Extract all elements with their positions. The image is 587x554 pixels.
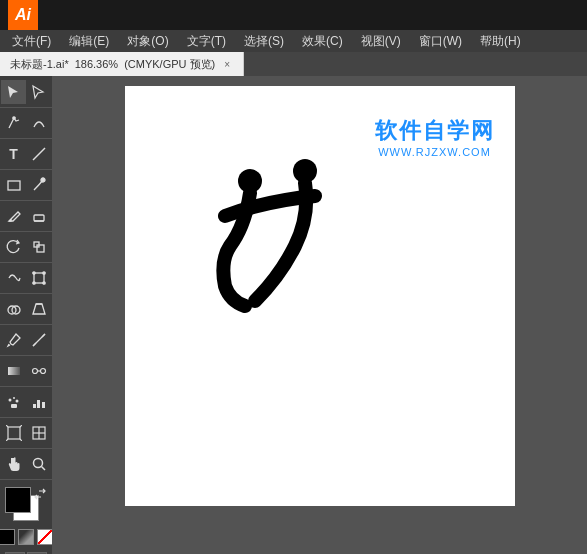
selection-tool-group [0, 80, 52, 108]
svg-rect-27 [33, 404, 36, 408]
eyedropper-group [0, 328, 52, 356]
svg-point-0 [12, 117, 14, 119]
foreground-color-swatch[interactable] [5, 487, 31, 513]
shape-builder-group [0, 297, 52, 325]
slice-tool[interactable] [26, 421, 51, 445]
gradient-fill-icon[interactable] [18, 529, 34, 545]
free-transform-tool[interactable] [26, 266, 51, 290]
tab-colormode: (CMYK/GPU 预览) [124, 57, 215, 72]
hand-tool[interactable] [1, 452, 26, 476]
main-area: T [0, 76, 587, 554]
title-bar: Ai [0, 0, 587, 30]
none-fill-icon[interactable] [37, 529, 52, 545]
svg-line-39 [41, 467, 45, 471]
color-area [0, 483, 52, 549]
color-swatches[interactable] [5, 487, 47, 525]
type-tool[interactable]: T [1, 142, 26, 166]
shape-builder-tool[interactable] [1, 297, 26, 321]
navigation-group [0, 452, 52, 480]
tab-close-button[interactable]: × [221, 58, 233, 70]
pen-tool-group [0, 111, 52, 139]
svg-point-25 [15, 400, 18, 403]
svg-rect-30 [8, 427, 20, 439]
svg-rect-26 [11, 404, 17, 408]
svg-line-31 [6, 425, 8, 427]
svg-point-38 [33, 459, 42, 468]
svg-line-34 [20, 439, 22, 441]
menu-file[interactable]: 文件(F) [4, 31, 59, 52]
watermark-text-main: 软件自学网 [375, 116, 495, 146]
pen-tool[interactable] [1, 111, 26, 135]
app-logo: Ai [8, 0, 38, 30]
svg-point-10 [42, 272, 44, 274]
perspective-tool[interactable] [26, 297, 51, 321]
menu-view[interactable]: 视图(V) [353, 31, 409, 52]
pencil-tool-group [0, 204, 52, 232]
menu-type[interactable]: 文字(T) [179, 31, 234, 52]
measure-tool[interactable] [26, 328, 51, 352]
menu-edit[interactable]: 编辑(E) [61, 31, 117, 52]
tab-zoom: 186.36% [75, 58, 118, 70]
svg-rect-28 [37, 400, 40, 408]
svg-line-1 [33, 148, 45, 160]
svg-line-33 [6, 439, 8, 441]
symbol-sprayer-tool[interactable] [1, 390, 26, 414]
artboard-group [0, 421, 52, 449]
paintbrush-tool[interactable] [26, 173, 51, 197]
character-illustration [195, 146, 395, 346]
shape-tool-group [0, 173, 52, 201]
tab-bar: 未标题-1.ai* 186.36% (CMYK/GPU 预览) × [0, 52, 587, 76]
symbol-group [0, 390, 52, 418]
rectangle-tool[interactable] [1, 173, 26, 197]
bottom-toolbar [3, 550, 49, 554]
svg-point-9 [32, 272, 34, 274]
document-tab[interactable]: 未标题-1.ai* 186.36% (CMYK/GPU 预览) × [0, 52, 244, 76]
eyedropper-tool[interactable] [1, 328, 26, 352]
canvas-area: 软件自学网 WWW.RJZXW.COM [52, 76, 587, 554]
svg-line-18 [42, 334, 45, 337]
svg-point-21 [40, 369, 45, 374]
menu-effect[interactable]: 效果(C) [294, 31, 351, 52]
svg-point-11 [32, 282, 34, 284]
svg-rect-4 [34, 215, 44, 221]
svg-point-3 [41, 178, 45, 182]
swap-colors-icon[interactable] [33, 487, 47, 501]
svg-rect-8 [34, 273, 44, 283]
zoom-tool[interactable] [26, 452, 51, 476]
svg-point-12 [42, 282, 44, 284]
fill-none-icon[interactable] [0, 529, 15, 545]
blend-tool[interactable] [26, 359, 51, 383]
direct-selection-tool[interactable] [26, 80, 51, 104]
svg-rect-6 [37, 245, 44, 252]
menu-window[interactable]: 窗口(W) [411, 31, 470, 52]
selection-tool[interactable] [1, 80, 26, 104]
menu-object[interactable]: 对象(O) [119, 31, 176, 52]
warp-tool[interactable] [1, 266, 26, 290]
left-toolbar: T [0, 76, 52, 554]
svg-point-20 [32, 369, 37, 374]
svg-rect-19 [8, 367, 20, 375]
menu-help[interactable]: 帮助(H) [472, 31, 529, 52]
svg-line-32 [20, 425, 22, 427]
svg-line-17 [33, 343, 36, 346]
warp-tool-group [0, 266, 52, 294]
tab-filename: 未标题-1.ai* [10, 57, 69, 72]
gradient-group [0, 359, 52, 387]
svg-point-23 [8, 399, 11, 402]
canvas-paper: 软件自学网 WWW.RJZXW.COM [125, 86, 515, 506]
artboard-tool[interactable] [1, 421, 26, 445]
svg-rect-2 [8, 181, 20, 190]
type-tool-group: T [0, 142, 52, 170]
column-graph-tool[interactable] [26, 390, 51, 414]
pencil-tool[interactable] [1, 204, 26, 228]
menu-select[interactable]: 选择(S) [236, 31, 292, 52]
svg-rect-29 [42, 402, 45, 408]
curvature-tool[interactable] [26, 111, 51, 135]
scale-tool[interactable] [26, 235, 51, 259]
eraser-tool[interactable] [26, 204, 51, 228]
gradient-tool[interactable] [1, 359, 26, 383]
line-tool[interactable] [26, 142, 51, 166]
svg-point-24 [13, 397, 15, 399]
rotate-tool[interactable] [1, 235, 26, 259]
menu-bar: 文件(F) 编辑(E) 对象(O) 文字(T) 选择(S) 效果(C) 视图(V… [0, 30, 587, 52]
